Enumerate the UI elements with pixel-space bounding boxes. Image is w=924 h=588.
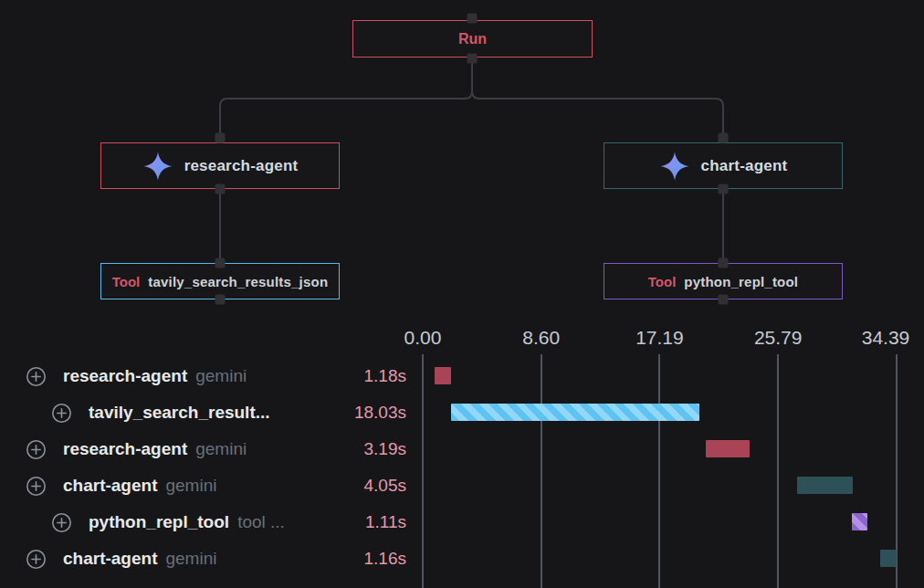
row-name: research-agent — [63, 439, 187, 459]
row-subtitle: tool ... — [237, 512, 285, 532]
row-name: chart-agent — [63, 549, 157, 569]
node-research-agent[interactable]: research-agent — [100, 142, 340, 189]
row-name: research-agent — [63, 366, 187, 386]
trace-row[interactable]: research-agentgemini1.18s — [0, 358, 924, 394]
run-node-label: Run — [458, 31, 487, 47]
axis-tick-label: 0.00 — [404, 327, 442, 349]
row-duration: 1.18s — [364, 366, 406, 386]
row-name: tavily_search_result... — [89, 403, 270, 423]
row-subtitle: gemini — [165, 549, 216, 569]
expand-plus-icon[interactable] — [26, 476, 47, 497]
edge-run-to-chart — [472, 58, 723, 137]
row-subtitle: gemini — [195, 439, 247, 459]
tool-node-label: tavily_search_results_json — [148, 274, 328, 289]
node-run[interactable]: Run — [352, 20, 593, 58]
trace-row[interactable]: chart-agentgemini1.16s — [0, 541, 924, 577]
node-chart-agent[interactable]: chart-agent — [604, 142, 843, 189]
gantt-bar[interactable] — [706, 440, 750, 457]
axis-tick-label: 25.79 — [754, 327, 803, 349]
gantt-bar[interactable] — [451, 404, 699, 421]
node-tool-python-repl[interactable]: Tool python_repl_tool — [604, 263, 843, 299]
axis-tick-label: 8.60 — [522, 327, 560, 349]
gantt-bar[interactable] — [797, 477, 853, 494]
sparkle-icon — [142, 151, 173, 182]
gantt-bar[interactable] — [880, 550, 897, 567]
expand-plus-icon[interactable] — [51, 512, 72, 533]
expand-plus-icon[interactable] — [26, 549, 47, 570]
row-duration: 4.05s — [364, 476, 406, 496]
trace-row[interactable]: python_repl_tooltool ...1.11s — [0, 504, 924, 541]
row-duration: 18.03s — [354, 403, 406, 423]
gantt-bar[interactable] — [435, 367, 451, 384]
edge-run-to-research — [220, 58, 472, 137]
agent-node-label: chart-agent — [701, 157, 788, 175]
expand-plus-icon[interactable] — [51, 403, 72, 424]
gantt-bar[interactable] — [852, 513, 867, 530]
tool-node-label: python_repl_tool — [684, 274, 798, 289]
row-duration: 1.16s — [364, 549, 406, 569]
trace-row[interactable]: tavily_search_result...18.03s — [0, 394, 924, 431]
connector-handle — [719, 133, 729, 143]
axis-tick-label: 34.39 — [862, 327, 910, 349]
tool-badge: Tool — [648, 274, 677, 289]
agent-node-label: research-agent — [184, 157, 299, 175]
axis-tick-label: 17.19 — [635, 327, 684, 349]
gantt-timeline: 0.008.6017.1925.7934.39 research-agentge… — [0, 320, 924, 588]
tool-badge: Tool — [112, 274, 141, 289]
expand-plus-icon[interactable] — [26, 366, 47, 387]
row-duration: 1.11s — [365, 512, 406, 532]
expand-plus-icon[interactable] — [26, 439, 47, 460]
row-duration: 3.19s — [364, 439, 406, 459]
row-name: chart-agent — [63, 476, 157, 496]
row-subtitle: gemini — [195, 366, 247, 386]
sparkle-icon — [659, 151, 690, 182]
trace-row[interactable]: chart-agentgemini4.05s — [0, 467, 924, 504]
node-tool-tavily-search[interactable]: Tool tavily_search_results_json — [100, 263, 340, 299]
trace-row[interactable]: research-agentgemini3.19s — [0, 431, 924, 467]
connector-handle — [215, 133, 226, 143]
row-subtitle: gemini — [165, 476, 216, 496]
row-name: python_repl_tool — [89, 512, 229, 532]
